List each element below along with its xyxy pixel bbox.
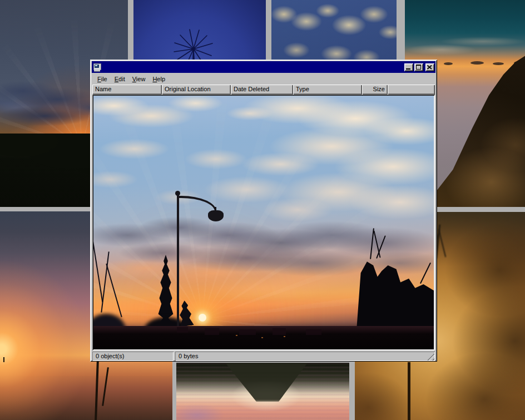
status-objects: 0 object(s)	[92, 352, 174, 361]
menu-file[interactable]: File	[94, 74, 111, 84]
island-silhouette	[470, 61, 484, 65]
building-silhouette	[306, 329, 321, 335]
column-header-type[interactable]: Type	[293, 85, 362, 95]
column-header-name[interactable]: Name	[92, 85, 162, 95]
window-light	[236, 335, 237, 336]
lamppost-finial	[175, 191, 180, 196]
island-silhouette	[493, 62, 504, 65]
status-bytes: 0 bytes	[179, 353, 198, 359]
tree-reflection	[210, 363, 321, 402]
wallpaper-photo-water-reflection	[176, 363, 349, 420]
minimize-icon	[406, 68, 410, 70]
desktop[interactable]: File Edit View Help Name Original Locati…	[0, 0, 525, 420]
column-header-date-deleted[interactable]: Date Deleted	[231, 85, 293, 95]
island-silhouette	[444, 62, 453, 65]
water-pole-small	[3, 357, 4, 362]
resize-grip-icon[interactable]	[427, 353, 434, 360]
computer-icon	[93, 63, 102, 72]
column-header-filler	[388, 85, 435, 95]
window-light	[261, 337, 263, 338]
column-header-row: Name Original Location Date Deleted Type…	[92, 85, 435, 95]
window-light	[284, 336, 285, 337]
screen-shape	[95, 65, 99, 68]
recycle-bin-window: File Edit View Help Name Original Locati…	[90, 60, 437, 362]
cityscape-ground	[93, 326, 434, 349]
lamppost-head	[208, 210, 224, 221]
bokeh-pole	[408, 362, 410, 420]
setting-sun	[199, 314, 206, 322]
lamppost-pole	[177, 195, 179, 328]
status-bytes-panel: 0 bytes	[175, 352, 435, 361]
maximize-icon	[416, 65, 421, 70]
menu-edit[interactable]: Edit	[111, 74, 128, 84]
close-icon	[427, 65, 432, 70]
status-bar: 0 object(s) 0 bytes	[92, 352, 435, 361]
maximize-button[interactable]	[414, 63, 423, 71]
water-pole	[102, 367, 109, 406]
window-controls	[404, 63, 434, 71]
menu-help[interactable]: Help	[149, 74, 169, 84]
file-list-area[interactable]	[92, 95, 435, 350]
water-pole	[95, 360, 99, 420]
building-silhouette	[239, 329, 256, 335]
building-silhouette	[177, 327, 188, 333]
column-header-size[interactable]: Size	[362, 85, 388, 95]
close-button[interactable]	[425, 63, 434, 71]
minimize-button[interactable]	[404, 63, 413, 71]
window-titlebar[interactable]	[92, 61, 435, 73]
menu-view[interactable]: View	[129, 74, 149, 84]
base-shape	[94, 70, 100, 72]
building-silhouette	[273, 328, 286, 335]
building-silhouette	[205, 328, 219, 335]
menu-bar: File Edit View Help	[92, 73, 435, 85]
client-photo-lamppost-sunset	[93, 96, 434, 349]
column-header-original-location[interactable]: Original Location	[162, 85, 231, 95]
